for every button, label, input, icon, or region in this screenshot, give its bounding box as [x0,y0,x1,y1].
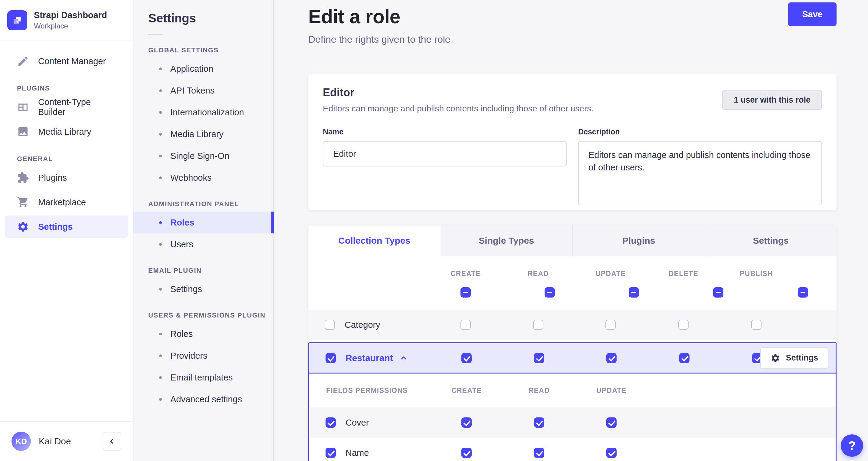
subnav-item-application[interactable]: Application [133,58,273,80]
category-read-checkbox[interactable] [533,320,544,330]
subnav-item-single-sign-on[interactable]: Single Sign-On [133,145,273,167]
sidebar-item-label: Plugins [38,173,67,183]
subnav-item-email-settings[interactable]: Settings [133,278,273,300]
users-with-role-button[interactable]: 1 user with this role [722,90,822,110]
app-title: Strapi Dashboard [34,10,107,20]
select-all-publish-checkbox[interactable] [798,287,808,297]
row-category-checkbox[interactable] [324,320,335,330]
cover-update-checkbox[interactable] [606,417,617,428]
collapse-sidebar-button[interactable] [102,432,121,451]
sidebar-item-label: Content Manager [38,56,106,66]
cover-create-checkbox[interactable] [461,417,472,428]
column-header-update: UPDATE [595,270,626,278]
name-create-checkbox[interactable] [461,448,472,458]
name-field-group: Name [323,127,567,206]
chevron-left-icon [108,437,116,445]
page-header: Edit a role Define the rights given to t… [308,0,837,45]
subnav-item-label: Roles [170,329,193,339]
column-header-read: READ [528,270,549,278]
fields-column-create: CREATE [452,386,482,395]
field-row-name: Name [309,438,836,461]
tab-settings[interactable]: Settings [705,226,837,256]
subnav-item-label: API Tokens [170,86,215,96]
sidebar-item-plugins[interactable]: Plugins [5,167,128,189]
select-all-update-checkbox[interactable] [629,287,639,297]
restaurant-accordion: Restaurant Settings [308,342,837,461]
sidebar-item-label: Marketplace [38,197,86,207]
bullet-dot [159,243,162,246]
field-cover-label: Cover [345,418,369,428]
select-all-create-checkbox[interactable] [461,287,471,297]
cover-read-checkbox[interactable] [534,417,544,428]
subnav-item-email-templates[interactable]: Email templates [133,367,273,388]
fields-permissions-header: FIELDS PERMISSIONS CREATE READ UPDATE [309,374,836,407]
chevron-up-icon [400,354,407,362]
subnav-item-roles-up[interactable]: Roles [133,323,273,345]
edit-icon [17,55,29,67]
bullet-dot [159,398,162,401]
sidebar-item-marketplace[interactable]: Marketplace [5,191,128,213]
subnav-item-label: Providers [170,351,208,361]
row-category-label[interactable]: Category [345,320,380,330]
field-name-checkbox[interactable] [326,448,336,458]
subnav-section-users-permissions-plugin: USERS & PERMISSIONS PLUGIN [133,312,273,319]
subnav-item-providers[interactable]: Providers [133,345,273,367]
subnav-section-global-settings: GLOBAL SETTINGS [133,46,273,54]
restaurant-delete-checkbox[interactable] [679,353,689,363]
subnav-item-internationalization[interactable]: Internationalization [133,102,273,123]
subnav-item-label: Users [170,239,193,250]
subnav-item-api-tokens[interactable]: API Tokens [133,80,273,102]
sidebar-item-settings[interactable]: Settings [5,215,128,238]
restaurant-settings-button[interactable]: Settings [760,347,828,369]
subnav-item-users[interactable]: Users [133,233,273,255]
permissions-header-row: CREATE READ UPDATE DELETE PUBLISH [308,256,837,310]
tab-collection-types[interactable]: Collection Types [308,226,440,256]
sidebar-item-label: Media Library [38,127,91,137]
fields-permissions-title: FIELDS PERMISSIONS [326,386,408,395]
tab-single-types[interactable]: Single Types [440,226,573,256]
permission-row-restaurant[interactable]: Restaurant Settings [309,343,836,374]
bullet-dot [159,176,162,179]
category-delete-checkbox[interactable] [678,320,689,330]
row-restaurant-checkbox[interactable] [326,353,336,363]
name-read-checkbox[interactable] [534,448,544,458]
permissions-panel: Collection Types Single Types Plugins Se… [308,226,837,461]
column-header-publish: PUBLISH [740,270,773,278]
help-button[interactable]: ? [841,434,863,457]
name-update-checkbox[interactable] [606,448,617,458]
sidebar-item-media-library[interactable]: Media Library [5,120,128,143]
tab-plugins[interactable]: Plugins [572,226,705,256]
subnav-item-roles-admin[interactable]: Roles [133,211,273,233]
sidebar-item-content-type-builder[interactable]: Content-Type Builder [5,96,128,118]
restaurant-create-checkbox[interactable] [461,353,472,363]
name-input[interactable] [323,141,567,167]
bullet-dot [159,376,162,379]
category-create-checkbox[interactable] [461,320,471,330]
category-publish-checkbox[interactable] [751,320,762,330]
role-details-card: Editor Editors can manage and publish co… [308,74,837,210]
row-restaurant-label[interactable]: Restaurant [345,353,393,363]
column-header-create: CREATE [451,270,481,278]
subnav-item-media-library[interactable]: Media Library [133,123,273,145]
puzzle-icon [17,172,29,184]
category-update-checkbox[interactable] [606,320,616,330]
subnav-section-email-plugin: EMAIL PLUGIN [133,267,273,275]
select-all-delete-checkbox[interactable] [713,287,723,297]
subnav-item-advanced-settings[interactable]: Advanced settings [133,388,273,410]
restaurant-update-checkbox[interactable] [606,353,617,363]
settings-subnav: Settings GLOBAL SETTINGS Application API… [133,0,274,461]
role-description-text: Editors can manage and publish contents … [323,104,594,114]
restaurant-read-checkbox[interactable] [534,353,544,363]
avatar[interactable]: KD [11,432,31,451]
subnav-item-webhooks[interactable]: Webhooks [133,167,273,189]
description-textarea[interactable]: Editors can manage and publish contents … [578,141,822,205]
brand-text: Strapi Dashboard Workplace [34,10,107,30]
restaurant-settings-label: Settings [786,353,818,363]
select-all-read-checkbox[interactable] [545,287,555,297]
row-gap [308,340,837,342]
sidebar-item-content-manager[interactable]: Content Manager [5,50,128,73]
subnav-title: Settings [133,11,273,25]
description-field-label: Description [578,127,822,136]
field-cover-checkbox[interactable] [326,417,336,428]
save-button[interactable]: Save [788,2,837,26]
